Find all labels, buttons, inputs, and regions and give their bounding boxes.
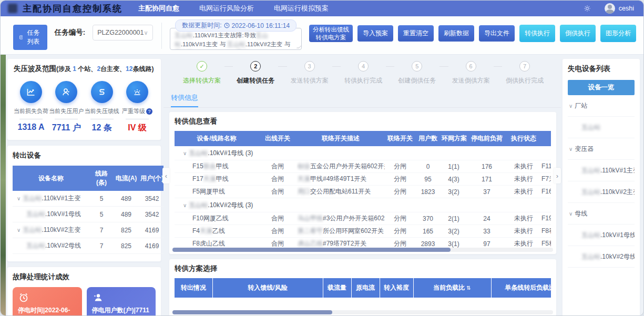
tree-group-transformer[interactable]: ∨变压器: [568, 138, 635, 160]
tree-item[interactable]: 五山站.110kV#2主变: [568, 181, 635, 203]
nav-tab-simulation[interactable]: 电网运行模拟预案: [273, 0, 330, 17]
tab-transfer-info[interactable]: 转供信息: [171, 93, 198, 107]
tree-item[interactable]: 五山站.110kV#1主变: [568, 160, 635, 181]
collapse-right-handle[interactable]: ›: [554, 168, 561, 184]
alarm-icon: [132, 87, 142, 97]
table-row[interactable]: ∨五山站.110kV#1主变 5 489 3542: [13, 191, 163, 207]
main-content: ✓ 选择转供方案 2 创建转供任务 3 发送转供方案 4: [163, 55, 561, 316]
toolbar-buttons: 分析转出馈线 转供电方案 导入预案 重置清空 刷新数据 导出文件 转供执行 倒供…: [309, 25, 636, 42]
transfer-info-title: 转供信息查看: [175, 117, 551, 126]
step-send-reverse-plan[interactable]: 6 发送倒供方案: [448, 61, 494, 85]
user-menu[interactable]: ceshi: [605, 3, 634, 14]
graph-analysis-button[interactable]: 图形分析: [600, 25, 636, 42]
horizontal-scrollbar[interactable]: [172, 310, 553, 314]
tree-item[interactable]: 五山站.10kV#2母线: [568, 246, 635, 268]
step-transfer-done[interactable]: 4 转供执行完成: [341, 61, 386, 85]
col-current-load-ratio[interactable]: 当前负载比⇅: [413, 278, 491, 298]
process-stepper: ✓ 选择转供方案 2 创建转供任务 3 发送转供方案 4: [163, 55, 561, 87]
stat-lost-load: 当前损失负荷 1318 A: [14, 81, 48, 134]
chevron-down-icon: ∨: [569, 211, 573, 217]
col-device-name: 设备名称: [13, 166, 89, 191]
outage-scope-panel: 失压波及范围(涉及 1 个站、2台主变、12条线路) 当前损失负荷 1318 A…: [7, 58, 161, 140]
table-row[interactable]: F15联合甲线 合闸 创业五金公用户外开关箱602开关 分闸 0 1(1) 17…: [175, 160, 551, 173]
table-row[interactable]: F17天溪甲线 合闸 天溪甲线#49塔49T1开关 分闸 95 4(3) 171…: [175, 173, 551, 186]
col-transfer-feeder: 转供馈线: [540, 131, 551, 146]
task-no-label: 任务编号:: [55, 28, 86, 37]
left-sidebar: 失压波及范围(涉及 1 个站、2台主变、12条线路) 当前损失负荷 1318 A…: [1, 55, 163, 316]
transfer-info-panel: 转供信息查看 设备/线路名称 出线开关 联络开关描述 联络开关 用户数 环网方案: [169, 111, 557, 254]
refresh-data-button[interactable]: 刷新数据: [438, 25, 474, 42]
table-row[interactable]: 五山站.10kV#1母线 5 489 3542: [13, 207, 163, 222]
col-pre-outage-load: 停电前负荷: [467, 131, 507, 146]
col-ampacity: 载流量: [323, 278, 351, 298]
document-icon: [19, 34, 23, 40]
step-create-task[interactable]: 2 创建转供任务: [233, 61, 278, 85]
resize-handle[interactable]: [297, 46, 302, 48]
nav-tab-self-healing[interactable]: 主配协同自愈: [137, 0, 180, 17]
col-single-line-ratio[interactable]: 单条线转后负载比⇅: [491, 278, 551, 298]
username: ceshi: [619, 5, 634, 12]
horizontal-scrollbar[interactable]: [172, 248, 553, 252]
step-select-plan[interactable]: ✓ 选择转供方案: [179, 61, 224, 85]
help-icon[interactable]: ?: [146, 108, 152, 115]
update-time-value: 2022-06-10 16:11:14: [232, 22, 290, 29]
table-row[interactable]: F10网厦乙线 合闸 马山甲线#3公用户外开关箱602开关 分闸 370 2(1…: [175, 212, 551, 225]
fault-stats-panel: 故障处理统计成效 停电时间|2022-06-10 16:11 复电时间| 停电用…: [7, 267, 161, 316]
avatar: [605, 3, 615, 14]
step-reverse-done[interactable]: 7 倒供执行完成: [502, 61, 547, 85]
tree-group-busbar[interactable]: ∨母线: [568, 203, 635, 225]
clock-icon: [224, 23, 230, 28]
group-row[interactable]: ∨五山站.10kV#2母线 (3): [175, 198, 551, 212]
transfer-execute-button[interactable]: 转供执行: [519, 25, 555, 42]
table-row[interactable]: F4天溪乙线 合闸 第二看守所公用环网室602开关 分闸 165 3(2) 33…: [175, 225, 551, 238]
col-user-count: 用户数: [415, 131, 441, 146]
nav-tab-risk-analysis[interactable]: 电网运行风险分析: [198, 0, 255, 17]
device-overview-header[interactable]: 设备一览: [568, 80, 635, 95]
gear-icon[interactable]: [584, 5, 591, 12]
sort-icon: ⇅: [466, 285, 471, 291]
chevron-down-icon[interactable]: ∨: [17, 227, 21, 233]
stat-lost-users: 当前失压用户 7711 户: [49, 81, 84, 134]
import-plan-button[interactable]: 导入预案: [357, 25, 393, 42]
fault-stats-title: 故障处理统计成效: [13, 272, 156, 282]
reverse-execute-button[interactable]: 倒供执行: [560, 25, 596, 42]
outage-time-card: 停电时间|2022-06-10 16:11 复电时间|: [13, 287, 82, 316]
scope-title: 失压波及范围: [14, 65, 56, 73]
users-icon: [92, 292, 104, 303]
group-row[interactable]: ∨五山站.10kV#1母线 (3): [175, 146, 551, 160]
task-no-select[interactable]: PLZG22000001 ∨: [93, 25, 152, 40]
table-row[interactable]: ∨五山站.110kV#2主变 7 825 4169: [13, 222, 163, 238]
col-exec-status: 执行状态: [507, 131, 540, 146]
devices-table: 设备名称 线路(条) 电流(A) 用户(个) ∨五山站.110kV#1主变 5 …: [13, 166, 163, 254]
tree-item[interactable]: 五山站.10kV#1母线: [568, 225, 635, 246]
line-chart-icon: [26, 87, 36, 97]
alarm-clock-icon: [18, 292, 29, 303]
right-sidebar: 失电设备列表 设备一览 ∨厂站 五山站 ∨变压器 五山站.110kV#1主变 五…: [561, 55, 643, 316]
transfer-plan-panel: 转供方案选择 转出情况 转入馈线/风险 载流量 原电流 转入裕度 当前负载比⇅: [169, 259, 557, 316]
step-create-reverse-task[interactable]: 5 创建倒供任务: [394, 61, 439, 85]
app-logo: [8, 4, 17, 13]
analyze-transfer-plan-button[interactable]: 分析转出馈线 转供电方案: [309, 25, 353, 42]
collapse-left-handle[interactable]: ‹: [162, 168, 170, 184]
center-tabstrip: 转供信息: [163, 88, 561, 108]
col-device-line-name: 设备/线路名称: [175, 131, 259, 146]
table-row[interactable]: F5网厦甲线 合闸 周口交公用配电站611开关 分闸 1823 3(2) 37 …: [175, 186, 551, 198]
reset-clear-button[interactable]: 重置清空: [398, 25, 434, 42]
col-orig-current: 原电流: [351, 278, 380, 298]
tree-item[interactable]: 五山站: [568, 117, 635, 138]
stat-lost-feeders: 当前失压馈线 12 条: [85, 81, 119, 134]
devices-title: 转出设备: [13, 151, 156, 160]
step-send-plan[interactable]: 3 发送转供方案: [287, 61, 332, 85]
chevron-down-icon: ∨: [569, 146, 573, 152]
task-list-button[interactable]: 任务列表: [13, 25, 47, 50]
app-title: 主配协同自愈控制系统: [23, 3, 122, 15]
tree-group-station[interactable]: ∨厂站: [568, 95, 635, 117]
export-file-button[interactable]: 导出文件: [479, 25, 515, 42]
chevron-down-icon[interactable]: ∨: [17, 196, 21, 201]
task-list-label: 任务列表: [26, 28, 40, 46]
table-row[interactable]: 五山站.10kV#2母线 7 825 4169: [13, 238, 163, 254]
col-margin: 转入裕度: [380, 278, 413, 298]
transfer-out-devices-panel: 转出设备 设备名称 线路(条) 电流(A) 用户(个) ∨五山站.110kV#1…: [7, 145, 161, 262]
col-current: 电流(A): [114, 166, 139, 191]
col-loop-plan: 环网方案: [441, 131, 467, 146]
